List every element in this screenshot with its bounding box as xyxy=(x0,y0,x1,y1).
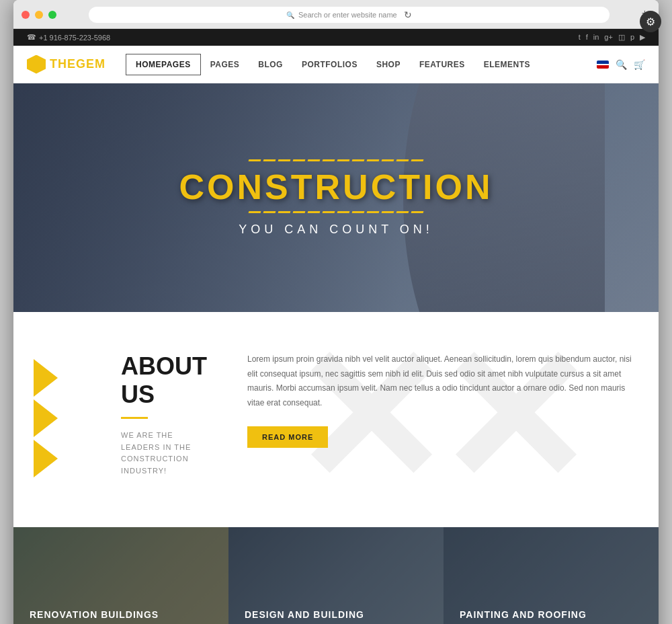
dash-1 xyxy=(249,159,261,161)
about-underline xyxy=(121,417,148,419)
service-design-content: DESIGN AND BUILDING Duis sed odio sit am… xyxy=(245,609,427,624)
about-tagline: WE ARE THE LEADERS IN THE CONSTRUCTION I… xyxy=(121,430,207,477)
dash-5 xyxy=(308,159,321,161)
dash-b2 xyxy=(263,211,276,213)
minimize-button[interactable] xyxy=(35,11,43,19)
phone-icon: ☎ xyxy=(27,33,36,42)
nav-bar: THEGEM HOMEPAGES PAGES BLOG PORTFOLIOS S… xyxy=(13,46,659,83)
about-section: ✕✕ ABOUT US WE ARE THE LEADERS IN THE CO… xyxy=(13,312,659,527)
hero-dashes-top xyxy=(179,159,493,161)
about-right: Lorem ipsum proin gravida nibh vel velit… xyxy=(207,352,632,487)
nav-pages[interactable]: PAGES xyxy=(201,54,249,75)
nav-blog[interactable]: BLOG xyxy=(249,54,292,75)
logo-text: THEGEM xyxy=(50,57,106,71)
logo-icon xyxy=(27,55,46,74)
refresh-icon[interactable]: ↻ xyxy=(404,9,412,20)
read-more-button[interactable]: READ MORE xyxy=(247,426,328,448)
nav-shop[interactable]: SHOP xyxy=(367,54,410,75)
dash-b9 xyxy=(367,211,380,213)
service-renovation-title: RENOVATION BUILDINGS xyxy=(30,609,212,620)
dash-b3 xyxy=(278,211,291,213)
top-bar: ☎ +1 916-875-223-5968 t f in g+ ◫ p ▶ xyxy=(13,29,659,46)
nav-portfolios[interactable]: PORTFOLIOS xyxy=(292,54,367,75)
logo[interactable]: THEGEM xyxy=(27,55,106,74)
instagram-icon[interactable]: ◫ xyxy=(618,33,625,42)
about-heading: ABOUT US xyxy=(121,352,207,409)
dash-7 xyxy=(337,159,350,161)
address-bar[interactable]: 🔍 Search or enter website name ↻ xyxy=(89,7,610,23)
nav-homepages[interactable]: HOMEPAGES xyxy=(126,54,201,75)
dash-b6 xyxy=(323,211,335,213)
dash-6 xyxy=(323,159,335,161)
googleplus-icon[interactable]: g+ xyxy=(604,33,613,42)
site-wrapper: ☎ +1 916-875-223-5968 t f in g+ ◫ p ▶ TH… xyxy=(13,29,659,624)
hero-dashes-bottom xyxy=(179,211,493,213)
service-design-title: DESIGN AND BUILDING xyxy=(245,609,427,620)
service-renovation-content: RENOVATION BUILDINGS Duis sed odio sit a… xyxy=(30,609,212,624)
nav-search-icon[interactable]: 🔍 xyxy=(616,59,627,70)
about-body-text: Lorem ipsum proin gravida nibh vel velit… xyxy=(247,352,632,410)
nav-features[interactable]: FEATURES xyxy=(410,54,474,75)
dash-b11 xyxy=(396,211,409,213)
dash-2 xyxy=(263,159,276,161)
dash-b10 xyxy=(382,211,394,213)
dash-11 xyxy=(396,159,409,161)
nav-links: HOMEPAGES PAGES BLOG PORTFOLIOS SHOP FEA… xyxy=(126,54,597,75)
close-button[interactable] xyxy=(22,11,30,19)
services-section: RENOVATION BUILDINGS Duis sed odio sit a… xyxy=(13,527,659,624)
nav-cart-icon[interactable]: 🛒 xyxy=(634,59,645,70)
nav-right: 🔍 🛒 xyxy=(597,59,645,70)
twitter-icon[interactable]: t xyxy=(579,33,581,42)
settings-button[interactable]: ⚙ xyxy=(640,11,659,32)
service-card-renovation: RENOVATION BUILDINGS Duis sed odio sit a… xyxy=(13,527,228,624)
dash-b12 xyxy=(411,211,424,213)
dash-8 xyxy=(352,159,365,161)
pinterest-icon[interactable]: p xyxy=(630,33,634,42)
dash-b8 xyxy=(352,211,365,213)
search-icon: 🔍 xyxy=(286,11,294,19)
fullscreen-button[interactable] xyxy=(48,11,56,19)
gear-icon: ⚙ xyxy=(646,15,655,28)
dash-3 xyxy=(278,159,291,161)
dash-4 xyxy=(293,159,306,161)
nav-elements[interactable]: ELEMENTS xyxy=(474,54,540,75)
dash-b5 xyxy=(308,211,321,213)
browser-chrome: 🔍 Search or enter website name ↻ + xyxy=(13,0,659,29)
dash-10 xyxy=(382,159,394,161)
hero-section: CONSTRUCTION YOU CAN COUNT ON! xyxy=(13,83,659,312)
hero-content: CONSTRUCTION YOU CAN COUNT ON! xyxy=(179,159,493,237)
phone-number: +1 916-875-223-5968 xyxy=(39,34,110,42)
hero-subtitle: YOU CAN COUNT ON! xyxy=(179,223,493,237)
dash-b1 xyxy=(249,211,261,213)
hero-title: CONSTRUCTION xyxy=(179,167,493,207)
service-painting-title: PAINTING AND ROOFING xyxy=(460,609,642,620)
logo-gem: GEM xyxy=(76,57,106,71)
dash-12 xyxy=(411,159,424,161)
linkedin-icon[interactable]: in xyxy=(593,33,599,42)
phone-info: ☎ +1 916-875-223-5968 xyxy=(27,33,110,42)
browser-controls: 🔍 Search or enter website name ↻ + xyxy=(22,7,650,23)
logo-the: THE xyxy=(50,57,76,71)
facebook-icon[interactable]: f xyxy=(586,33,588,42)
address-text: Search or enter website name xyxy=(298,11,397,19)
service-card-painting: PAINTING AND ROOFING Duis sed odio sit a… xyxy=(444,527,659,624)
browser-window: 🔍 Search or enter website name ↻ + ☎ +1 … xyxy=(13,0,659,624)
social-links: t f in g+ ◫ p ▶ xyxy=(579,33,645,42)
service-card-design: DESIGN AND BUILDING Duis sed odio sit am… xyxy=(228,527,444,624)
dash-b4 xyxy=(293,211,306,213)
dash-9 xyxy=(367,159,380,161)
about-left: ABOUT US WE ARE THE LEADERS IN THE CONST… xyxy=(40,352,207,487)
language-flag[interactable] xyxy=(597,61,609,69)
service-painting-content: PAINTING AND ROOFING Duis sed odio sit a… xyxy=(460,609,642,624)
dash-b7 xyxy=(337,211,350,213)
youtube-icon[interactable]: ▶ xyxy=(640,33,645,42)
